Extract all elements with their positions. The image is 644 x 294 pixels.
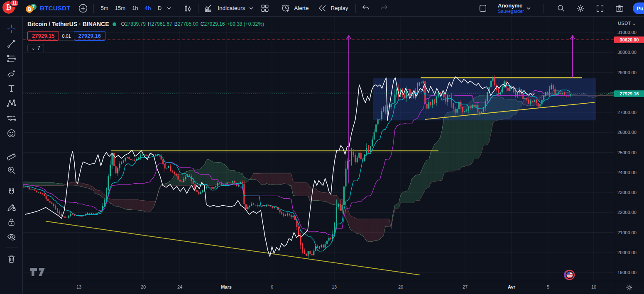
zoom-in-tool[interactable] xyxy=(4,163,19,177)
redo-button[interactable] xyxy=(378,2,390,14)
timeframe-4h[interactable]: 4h xyxy=(142,3,154,13)
compare-add-symbol-button[interactable] xyxy=(76,2,90,15)
screenshot-button[interactable] xyxy=(613,2,626,14)
magnet-icon xyxy=(6,187,17,197)
price-axis-label: 27000.00 xyxy=(617,110,637,115)
time-axis[interactable]: 132024Mars6132027Avr510 xyxy=(23,281,614,294)
economic-event-marker[interactable] xyxy=(564,270,574,279)
drawing-mode-icon xyxy=(6,202,17,212)
brush-tool[interactable] xyxy=(4,66,19,81)
drawing-mode-tool[interactable] xyxy=(4,199,19,214)
lock-all-icon xyxy=(6,217,17,227)
alert-button[interactable]: Alerte xyxy=(279,2,312,14)
layout-icon xyxy=(478,4,487,13)
hide-drawings-tool[interactable] xyxy=(4,229,19,244)
layouts-button[interactable] xyxy=(477,2,489,14)
time-axis-label: 20 xyxy=(141,284,146,289)
timeframe-5m[interactable]: 5m xyxy=(98,3,112,13)
remove-objects-tool[interactable] xyxy=(4,251,19,266)
symbol-title[interactable]: Bitcoin / TetherUS · BINANCE xyxy=(27,21,109,27)
search-button[interactable] xyxy=(555,2,567,14)
fib-retracement-tool[interactable] xyxy=(4,51,19,66)
search-icon xyxy=(556,4,566,13)
timeframe-D[interactable]: D xyxy=(154,3,165,13)
undo-button[interactable] xyxy=(360,2,372,14)
magnet-tool[interactable] xyxy=(4,185,19,199)
price-axis-label: 21000.00 xyxy=(617,230,637,235)
symbol-pair-icon: T ₿ xyxy=(26,4,37,13)
plot-area[interactable] xyxy=(23,17,614,281)
time-axis-label: 13 xyxy=(76,284,81,289)
time-axis-label: 27 xyxy=(463,284,468,289)
indicators-icon xyxy=(204,3,214,13)
chart-canvas[interactable] xyxy=(23,17,614,281)
arrow-up-drawing[interactable] xyxy=(570,36,575,78)
forecast-tool[interactable] xyxy=(4,111,19,126)
settings-button[interactable] xyxy=(574,2,587,14)
arrow-up-drawing[interactable] xyxy=(346,36,351,183)
time-axis-label: Mars xyxy=(221,284,232,289)
buy-price-button[interactable]: 27929.16 xyxy=(74,31,105,41)
trend-line-icon xyxy=(6,39,17,49)
toolbar-separator xyxy=(5,144,18,144)
chart-style-button[interactable] xyxy=(181,2,194,15)
time-axis-label: 13 xyxy=(332,284,337,289)
time-axis-label: 24 xyxy=(177,284,182,289)
symbol-search-button[interactable]: BTCUSDT xyxy=(40,5,71,12)
indicators-label: Indicateurs xyxy=(218,5,245,11)
top-toolbar: ₿ 11 T ₿ BTCUSDT 5m15m1h4hD Indicateurs xyxy=(0,0,644,17)
fullscreen-button[interactable] xyxy=(594,2,606,14)
zoom-in-icon xyxy=(6,165,17,175)
remove-objects-icon xyxy=(6,254,17,264)
replay-label: Replay xyxy=(331,5,348,11)
separator xyxy=(198,4,198,13)
user-menu[interactable]: Anonyme Sauvegarder xyxy=(496,2,533,15)
time-axis-label: 5 xyxy=(547,284,549,289)
pattern-xabcd-tool[interactable] xyxy=(4,96,19,111)
price-axis-label: 29000.00 xyxy=(617,70,637,75)
collapse-count: 7 xyxy=(37,45,40,51)
object-tree-collapse-button[interactable]: ⌄ 7 xyxy=(27,44,44,52)
lock-all-tool[interactable] xyxy=(4,214,19,229)
price-axis[interactable]: USDT ⌄31000.0030000.0029000.0027000.0026… xyxy=(614,17,644,281)
user-name: Anonyme xyxy=(498,3,522,9)
trend-line-tool[interactable] xyxy=(4,36,19,51)
sell-price-button[interactable]: 27929.15 xyxy=(27,31,59,41)
market-status-icon[interactable] xyxy=(113,22,116,26)
timeframe-menu-button[interactable] xyxy=(165,5,173,12)
consolidation-box-drawing[interactable] xyxy=(373,78,596,120)
crosshair-tool[interactable] xyxy=(4,21,19,36)
price-axis-label: 23000.00 xyxy=(617,190,637,195)
gear-icon xyxy=(576,4,585,13)
toolbar-separator xyxy=(5,181,18,181)
price-axis-currency[interactable]: USDT ⌄ xyxy=(618,20,636,26)
timeframe-15m[interactable]: 15m xyxy=(112,3,129,13)
templates-button[interactable] xyxy=(259,2,271,14)
ruler-tool[interactable] xyxy=(4,148,19,163)
publish-button[interactable]: Pu xyxy=(633,2,644,14)
text-icon xyxy=(6,83,17,94)
separator xyxy=(355,4,356,13)
time-axis-label: Avr xyxy=(508,284,515,289)
chevron-down-icon xyxy=(249,6,254,11)
gear-icon xyxy=(626,284,633,291)
text-tool[interactable] xyxy=(4,81,19,96)
alert-price-tag: 30620.00 xyxy=(614,36,644,43)
tradingview-logo[interactable] xyxy=(30,267,47,278)
axis-settings-corner[interactable] xyxy=(614,281,644,294)
save-button[interactable]: Sauvegarder xyxy=(498,9,524,14)
plus-circle-icon xyxy=(78,3,88,13)
brush-icon xyxy=(6,68,17,79)
time-axis-label: 20 xyxy=(398,284,403,289)
time-axis-label: 10 xyxy=(591,284,596,289)
app-logo[interactable]: ₿ 11 xyxy=(2,1,17,15)
emoji-icon xyxy=(6,128,17,138)
separator xyxy=(275,4,275,13)
timeframe-1h[interactable]: 1h xyxy=(129,3,141,13)
timeframe-group: 5m15m1h4hD xyxy=(98,3,165,13)
replay-button[interactable]: Replay xyxy=(316,2,351,14)
candles-icon xyxy=(183,3,193,13)
emoji-tool[interactable] xyxy=(4,126,19,141)
indicators-button[interactable]: Indicateurs xyxy=(202,2,255,15)
replay-icon xyxy=(318,4,327,13)
